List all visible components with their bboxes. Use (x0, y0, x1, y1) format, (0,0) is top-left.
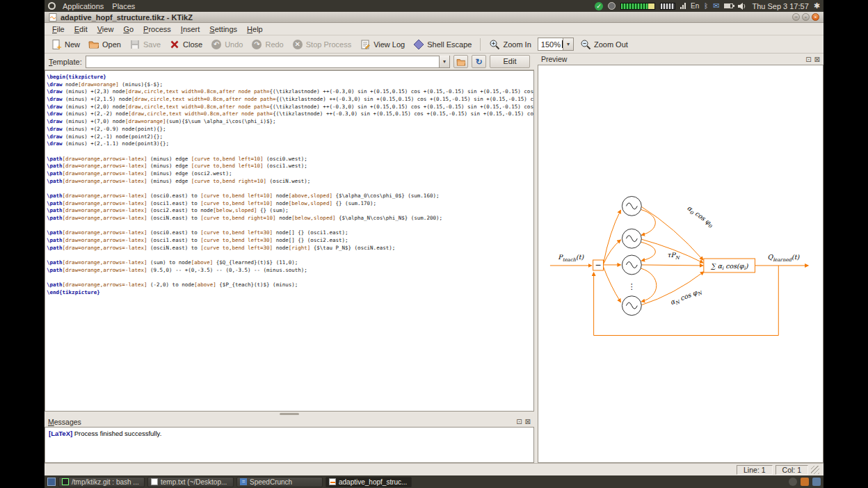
redo-button[interactable]: ↷ Redo (248, 38, 287, 51)
clock[interactable]: Thu Sep 3 17:57 (752, 2, 808, 10)
tray-app-icon-2[interactable] (801, 478, 809, 486)
taskbar-label: SpeedCrunch (250, 478, 292, 486)
show-desktop-icon[interactable] (47, 478, 56, 486)
taskbar-label: temp.txt (~/Desktop... (161, 478, 227, 486)
globe-icon[interactable] (608, 2, 616, 10)
code-line: \draw (minus) +(2,-2) node[draw,circle,t… (47, 111, 532, 118)
messages-undock-icon[interactable]: ⊡ (516, 418, 522, 425)
preview-undock-icon[interactable]: ⊡ (805, 56, 811, 63)
shell-escape-button[interactable]: Shell Escape (410, 38, 475, 51)
taskbar-window-terminal[interactable]: /tmp/ktikz.git : bash ... (58, 477, 145, 487)
template-dropdown-arrow-icon[interactable]: ▾ (439, 56, 449, 67)
network-signal-icon[interactable] (680, 3, 686, 9)
code-line: \draw (minus) +(2,-1.1) node(point3){}; (47, 140, 532, 148)
taskbar-window-textfile[interactable]: temp.txt (~/Desktop... (147, 477, 234, 487)
view-log-label: View Log (373, 40, 405, 49)
session-gear-icon[interactable]: ✱ (814, 1, 820, 10)
menu-insert[interactable]: Insert (176, 24, 205, 34)
save-disk-icon (129, 39, 140, 50)
code-line: \path[draw=orange,arrows=-latex] (osci0.… (47, 193, 532, 200)
menu-file[interactable]: File (47, 24, 70, 34)
bottom-tray (789, 478, 821, 486)
template-reload-button[interactable]: ↻ (472, 55, 486, 68)
code-line (47, 275, 532, 282)
code-line: \draw (minus) +(2,-0.9) node(point){}; (47, 126, 532, 133)
vdots: ⋮ (628, 282, 636, 291)
cpu-meter-icon[interactable] (660, 3, 675, 10)
code-line: \path[draw=orange,arrows=-latex] (minus)… (47, 170, 532, 178)
mail-icon[interactable]: ✉ (713, 1, 719, 10)
template-combobox[interactable]: ▾ (86, 56, 450, 68)
zoom-level-value[interactable]: 150% (538, 40, 562, 49)
preview-canvas[interactable]: − (538, 65, 823, 463)
update-ok-icon[interactable]: ✓ (595, 2, 603, 10)
zoom-in-button[interactable]: Zoom In (485, 38, 534, 51)
code-line (47, 222, 532, 230)
messages-log[interactable]: [LaTeX] Process finished successfully. (45, 427, 534, 463)
shell-escape-label: Shell Escape (427, 40, 472, 49)
code-line: \draw node[draw=orange] (minus){$-$}; (47, 81, 532, 89)
code-line: \path[draw=orange,arrows=-latex] (minus)… (47, 178, 532, 186)
view-log-button[interactable]: View Log (356, 38, 408, 51)
system-load-meter-icon[interactable] (620, 3, 655, 10)
volume-icon[interactable] (738, 3, 747, 10)
open-button[interactable]: Open (85, 38, 124, 51)
view-log-icon (360, 39, 371, 50)
stop-process-button[interactable]: ✕ Stop Process (289, 38, 355, 51)
titlebar[interactable]: adaptive_hopf_structure.tikz - KTikZ − ▫… (45, 12, 823, 23)
taskbar-window-speedcrunch[interactable]: = SpeedCrunch (236, 477, 323, 487)
undo-button[interactable]: ↶ Undo (207, 38, 246, 51)
tray-app-icon-1[interactable] (789, 478, 797, 486)
tray-app-icon-3[interactable] (812, 478, 821, 486)
code-line: \draw (minus) +(2,0) node[draw,circle,te… (47, 104, 532, 111)
new-button-label: New (65, 40, 80, 49)
terminal-icon (62, 478, 69, 485)
places-menu[interactable]: Places (111, 2, 136, 10)
menu-go[interactable]: Go (118, 24, 138, 34)
code-line: \draw (minus) +(2,-1) node(point2){}; (47, 133, 532, 141)
tikz-preview-diagram: − (538, 65, 823, 462)
menu-view[interactable]: View (93, 24, 119, 34)
keyboard-layout-indicator[interactable]: En (691, 2, 699, 10)
close-window-button[interactable]: × (812, 13, 819, 21)
code-line: \path[draw=orange,arrows=-latex] (osci1.… (47, 237, 532, 245)
close-button[interactable]: Close (166, 38, 206, 51)
taskbar-label: adaptive_hopf_struc... (339, 478, 407, 486)
window-title: adaptive_hopf_structure.tikz - KTikZ (61, 13, 789, 22)
menu-settings[interactable]: Settings (204, 24, 242, 34)
code-line: \path[draw=orange,arrows=-latex] (minus)… (47, 156, 532, 163)
new-button[interactable]: New (47, 38, 83, 51)
toolbar: New Open Save Close ↶ Undo (45, 35, 823, 54)
messages-close-icon[interactable]: ⊠ (525, 418, 531, 425)
taskbar-window-ktikz[interactable]: adaptive_hopf_struc... (326, 477, 412, 487)
splitter-handle[interactable] (45, 412, 534, 416)
distro-logo-icon[interactable] (48, 2, 56, 10)
preview-close-icon[interactable]: ⊠ (814, 56, 820, 63)
menu-help[interactable]: Help (242, 24, 268, 34)
template-browse-button[interactable] (453, 55, 468, 68)
save-button-label: Save (143, 40, 161, 49)
battery-icon[interactable] (724, 3, 733, 8)
menu-edit[interactable]: Edit (70, 24, 93, 34)
code-editor[interactable]: \begin{tikzpicture}\draw node[draw=orang… (45, 70, 534, 412)
bluetooth-icon[interactable]: ᛒ (704, 2, 708, 10)
ktikz-window: adaptive_hopf_structure.tikz - KTikZ − ▫… (45, 12, 823, 475)
code-line (47, 185, 532, 193)
ktikz-icon (329, 478, 336, 485)
zoom-out-icon (580, 39, 591, 50)
desktop: Applications Places ✓ En ᛒ ✉ Thu Sep 3 1… (45, 0, 823, 488)
zoom-dropdown-arrow-icon[interactable]: ▾ (563, 38, 573, 50)
maximize-button[interactable]: ▫ (802, 13, 810, 21)
resize-grip[interactable] (811, 466, 819, 474)
save-button[interactable]: Save (126, 38, 164, 51)
template-edit-button[interactable]: Edit (490, 55, 530, 68)
close-button-label: Close (183, 40, 202, 49)
minimize-button[interactable]: − (792, 13, 800, 21)
applications-menu[interactable]: Applications (61, 2, 105, 10)
menu-process[interactable]: Process (138, 24, 176, 34)
undo-button-label: Undo (225, 40, 243, 49)
preview-header: Preview ⊡ ⊠ (538, 54, 823, 65)
zoom-out-button[interactable]: Zoom Out (577, 38, 632, 51)
close-x-icon (169, 39, 180, 50)
zoom-level-combobox[interactable]: 150% ▾ (538, 38, 574, 51)
